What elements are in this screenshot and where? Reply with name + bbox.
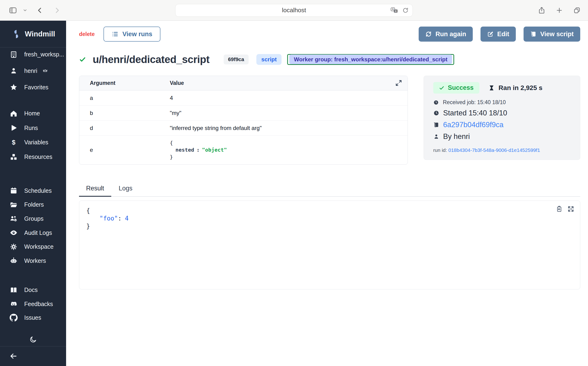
folder-icon [9,200,18,209]
job-hash-link[interactable]: 6a297b04df69f9ca [443,121,503,129]
brand-name: Windmill [25,30,55,38]
arg-name: a [79,95,170,101]
sidebar-item-user[interactable]: henri [0,66,66,76]
run-id-label: run id: [433,147,448,153]
person-icon [433,134,439,140]
play-icon [9,124,18,132]
dark-mode-toggle[interactable] [0,334,66,345]
reload-icon[interactable] [402,7,409,14]
started-text: Started 15:40 18/10 [443,109,507,117]
list-icon [111,30,118,38]
sidebar-item-workers[interactable]: Workers [0,256,66,266]
run-again-label: Run again [435,30,466,38]
result-value: 4 [125,215,129,222]
result-open-brace: { [86,207,573,215]
sidebar-toggle-icon[interactable] [8,6,17,15]
calendar-icon [9,186,18,195]
view-runs-label: View runs [122,30,152,38]
edit-label: Edit [497,30,509,38]
svg-text:$: $ [12,139,15,146]
table-row: a 4 [79,91,408,106]
table-row: d "inferred type string from default arg… [79,121,408,136]
robot-icon [9,256,18,265]
run-again-button[interactable]: Run again [419,27,473,42]
arg-value: 4 [170,95,408,101]
sidebar-item-workspace-settings[interactable]: Workspace [0,242,66,252]
script-hash-badge: 69f9ca [224,54,249,64]
translate-icon[interactable]: A ✦ [390,7,398,14]
toolbar: delete View runs Run a [79,26,580,42]
moon-icon [29,336,37,343]
windmill-logo-icon [11,29,21,39]
address-bar[interactable]: localhost A ✦ [175,4,413,17]
table-row: b "my" [79,106,408,121]
share-icon[interactable] [538,6,546,14]
runs-label: Runs [24,125,38,131]
json-value: "object" [202,147,227,153]
run-id-link[interactable]: 018b4304-7b3f-548a-9006-d1e1452599f1 [448,147,540,153]
expand-result-icon[interactable] [567,206,574,213]
brand[interactable]: Windmill [0,21,66,47]
url-text: localhost [282,7,306,14]
sidebar-item-workspace[interactable]: fresh_worksp... [0,49,66,60]
arguments-table: Argument Value a 4 b "my" [79,76,408,165]
job-hash-row: 6a297b04df69f9ca [433,121,571,129]
crown-icon [42,68,48,74]
result-close-brace: } [86,222,573,230]
copy-to-clipboard-icon[interactable] [556,206,563,213]
run-duration: Ran in 2,925 s [488,84,543,92]
json-colon: : [196,147,200,153]
worker-group-box[interactable]: Worker group: fresh_workspace:u/henri/de… [287,54,454,65]
forward-icon [53,7,61,14]
workspace-settings-label: Workspace [24,243,54,250]
by-user-row: By henri [433,132,571,141]
tabs-overview-icon[interactable] [573,6,581,14]
back-icon[interactable] [36,7,44,14]
sidebar-item-variables[interactable]: $ Variables [0,137,66,148]
received-job-row: Received job: 15:40 18/10 [433,99,571,106]
result-viewer: { "foo":4 } [79,200,580,289]
by-user-text: By henri [443,132,470,141]
sidebar-item-folders[interactable]: Folders [0,199,66,210]
table-header: Argument Value [79,76,408,91]
sidebar-item-runs[interactable]: Runs [0,123,66,133]
tab-result[interactable]: Result [79,185,111,197]
sidebar-item-home[interactable]: Home [0,108,66,119]
view-runs-button[interactable]: View runs [103,27,160,42]
received-job-text: Received job: 15:40 18/10 [443,99,506,106]
sidebar-item-resources[interactable]: Resources [0,152,66,162]
clock-icon [433,100,439,105]
delete-button[interactable]: delete [79,31,94,37]
worker-group-badge: Worker group: fresh_workspace:u/henri/de… [289,54,452,64]
run-info-panel: Success Ran in 2,925 s Received job: 15:… [424,76,580,160]
discord-icon [9,300,18,308]
workers-label: Workers [24,257,46,264]
sidebar-item-audit-logs[interactable]: Audit Logs [0,228,66,238]
sidebar-item-favorites[interactable]: Favorites [0,82,66,92]
browser-chrome: localhost A ✦ [0,0,588,21]
chevron-down-icon[interactable] [23,8,27,12]
expand-table-icon[interactable] [395,79,402,87]
json-close-brace: } [170,153,408,160]
workspace-name: fresh_worksp... [24,51,64,58]
edit-button[interactable]: Edit [480,27,516,42]
sidebar-item-issues[interactable]: Issues [0,313,66,323]
sidebar-item-docs[interactable]: Docs [0,285,66,295]
check-icon [439,85,445,91]
star-icon [9,83,18,92]
script-type-badge: script [256,54,282,65]
tab-logs[interactable]: Logs [112,185,140,196]
sidebar-item-schedules[interactable]: Schedules [0,185,66,196]
user-name: henri [24,68,37,74]
home-label: Home [24,110,40,117]
book-icon [9,286,18,294]
collapse-sidebar-button[interactable] [0,346,66,366]
new-tab-icon[interactable] [556,7,563,14]
scroll-icon [530,31,537,37]
sidebar-item-groups[interactable]: Groups [0,214,66,224]
view-script-button[interactable]: View script [524,27,580,42]
status-badge: Success [433,82,479,93]
arg-value: "my" [170,110,408,116]
variables-label: Variables [24,139,48,146]
sidebar-item-feedbacks[interactable]: Feedbacks [0,299,66,309]
